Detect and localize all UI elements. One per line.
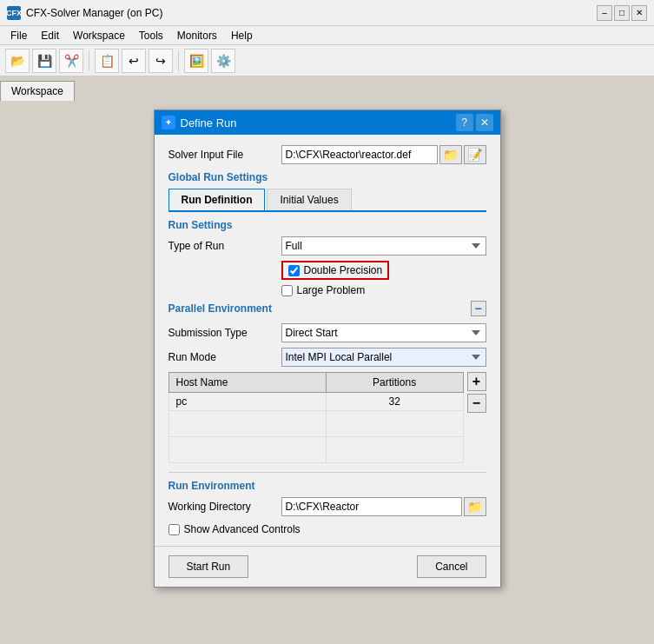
solver-input-browse-button[interactable]: 📁 — [439, 145, 462, 164]
workspace-tab[interactable]: Workspace — [0, 81, 75, 101]
toolbar-btn-4[interactable]: ↩ — [122, 49, 146, 73]
dialog-content: Solver Input File 📁 📝 Global Run Setting… — [155, 135, 500, 546]
toolbar-btn-5[interactable]: ↪ — [149, 49, 173, 73]
toolbar-sep-2 — [178, 50, 179, 71]
table-row[interactable]: pc 32 — [168, 393, 463, 411]
run-settings-label: Run Settings — [168, 219, 486, 231]
menu-bar: File Edit Workspace Tools Monitors Help — [0, 26, 654, 45]
working-directory-browse-button[interactable]: 📁 — [464, 497, 486, 516]
solver-input-label: Solver Input File — [168, 149, 281, 161]
dialog-help-button[interactable]: ? — [456, 114, 473, 131]
menu-help[interactable]: Help — [224, 28, 260, 43]
hosts-table: Host Name Partitions pc — [168, 372, 464, 463]
section-divider — [168, 472, 486, 473]
remove-host-button[interactable]: − — [467, 394, 486, 413]
menu-workspace[interactable]: Workspace — [66, 28, 132, 43]
submission-type-select[interactable]: Direct Start Platform MPI Local Parallel — [281, 323, 486, 342]
toolbar-btn-0[interactable]: 📂 — [5, 49, 30, 73]
toolbar-sep-1 — [89, 50, 89, 71]
title-controls: – □ ✕ — [597, 5, 647, 21]
submission-type-label: Submission Type — [168, 327, 281, 339]
table-side-buttons: + − — [467, 372, 486, 465]
double-precision-checkbox[interactable] — [288, 265, 300, 276]
type-of-run-label: Type of Run — [168, 240, 281, 252]
double-precision-container: Double Precision — [281, 261, 390, 280]
dialog-title-bar: ✦ Define Run ? ✕ — [155, 110, 500, 135]
run-mode-select[interactable]: Intel MPI Local Parallel Platform MPI Lo… — [281, 348, 486, 367]
large-problem-row: Large Problem — [168, 284, 486, 296]
start-run-button[interactable]: Start Run — [168, 555, 249, 578]
tab-bar: Run Definition Initial Values — [168, 189, 486, 212]
menu-tools[interactable]: Tools — [132, 28, 170, 43]
large-problem-checkbox[interactable] — [281, 285, 293, 296]
app-icon: CFX — [7, 6, 21, 20]
dialog-footer: Start Run Cancel — [155, 546, 500, 587]
working-directory-field[interactable] — [281, 497, 462, 516]
solver-input-field[interactable] — [281, 145, 438, 164]
large-problem-label[interactable]: Large Problem — [297, 284, 366, 296]
app-title: CFX-Solver Manager (on PC) — [26, 7, 591, 19]
col-header-hostname: Host Name — [168, 373, 326, 393]
toolbar-btn-2[interactable]: ✂️ — [59, 49, 83, 73]
menu-monitors[interactable]: Monitors — [170, 28, 224, 43]
tab-initial-values[interactable]: Initial Values — [267, 189, 351, 210]
working-directory-row: Working Directory 📁 — [168, 497, 486, 516]
cell-partitions: 32 — [326, 393, 463, 411]
add-host-button[interactable]: + — [467, 372, 486, 391]
show-advanced-row: Show Advanced Controls — [168, 523, 486, 535]
working-directory-label: Working Directory — [168, 501, 281, 513]
define-run-dialog: ✦ Define Run ? ✕ Solver Input File 📁 📝 G… — [154, 110, 501, 588]
double-precision-label[interactable]: Double Precision — [304, 264, 383, 276]
show-advanced-checkbox[interactable] — [168, 524, 180, 535]
workspace-area: Workspace — [0, 76, 654, 101]
parallel-environment-label: Parallel Environment — [168, 302, 272, 315]
show-advanced-label[interactable]: Show Advanced Controls — [184, 523, 301, 535]
toolbar-btn-7[interactable]: ⚙️ — [211, 49, 235, 73]
solver-input-row: Solver Input File 📁 📝 — [168, 145, 486, 164]
maximize-button[interactable]: □ — [614, 5, 630, 21]
toolbar: 📂 💾 ✂️ 📋 ↩ ↪ 🖼️ ⚙️ — [0, 45, 654, 76]
toolbar-btn-3[interactable]: 📋 — [95, 49, 119, 73]
tab-run-definition[interactable]: Run Definition — [168, 189, 266, 210]
title-bar: CFX CFX-Solver Manager (on PC) – □ ✕ — [0, 0, 654, 26]
dialog-close-button[interactable]: ✕ — [476, 114, 493, 131]
col-header-partitions: Partitions — [326, 373, 463, 393]
global-run-settings-label: Global Run Settings — [168, 171, 486, 183]
app-icon-text: CFX — [6, 9, 22, 17]
close-button[interactable]: ✕ — [631, 5, 647, 21]
hosts-table-area: Host Name Partitions pc — [168, 372, 486, 465]
dialog-title: Define Run — [181, 116, 451, 129]
parallel-collapse-button[interactable]: − — [471, 301, 486, 316]
dialog-title-controls: ? ✕ — [456, 114, 493, 131]
cancel-button[interactable]: Cancel — [417, 555, 486, 578]
dialog-icon: ✦ — [162, 116, 175, 129]
solver-input-edit-button[interactable]: 📝 — [464, 145, 486, 164]
cell-hostname: pc — [168, 393, 326, 411]
parallel-environment-header: Parallel Environment − — [168, 301, 486, 316]
main-content: ✦ Define Run ? ✕ Solver Input File 📁 📝 G… — [0, 101, 654, 644]
type-of-run-row: Type of Run Full Restart Initial — [168, 236, 486, 256]
toolbar-btn-6[interactable]: 🖼️ — [184, 49, 208, 73]
table-wrapper: Host Name Partitions pc — [168, 372, 464, 465]
type-of-run-select[interactable]: Full Restart Initial — [281, 236, 486, 256]
run-environment-label: Run Environment — [168, 480, 486, 492]
submission-type-row: Submission Type Direct Start Platform MP… — [168, 323, 486, 342]
menu-edit[interactable]: Edit — [34, 28, 66, 43]
run-mode-label: Run Mode — [168, 351, 281, 363]
run-mode-row: Run Mode Intel MPI Local Parallel Platfo… — [168, 348, 486, 367]
workspace-tab-label: Workspace — [11, 85, 63, 97]
toolbar-btn-1[interactable]: 💾 — [32, 49, 56, 73]
menu-file[interactable]: File — [3, 28, 34, 43]
minimize-button[interactable]: – — [597, 5, 612, 21]
double-precision-row: Double Precision — [168, 261, 486, 280]
